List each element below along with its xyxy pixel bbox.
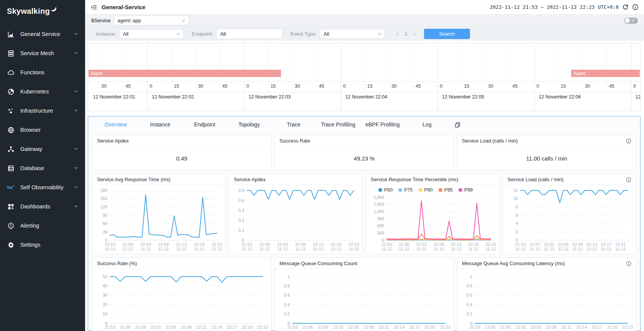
sidebar-item-service-mesh[interactable]: Service Mesh bbox=[0, 44, 85, 63]
chart-card-mq-consuming-count: Message Queue Consuming Count 00.20.40.6… bbox=[274, 257, 454, 331]
line-chart[interactable]: 03006009001,2001,5001,80021:5311-1221:58… bbox=[366, 195, 499, 254]
sidebar-item-label: Browser bbox=[20, 127, 78, 133]
legend-item-p99[interactable]: P99 bbox=[458, 187, 473, 193]
event-timeline[interactable]: 3045015304501530450153045015304501530450… bbox=[88, 43, 641, 111]
tab-list: OverviewInstanceEndpointTopologyTraceTra… bbox=[94, 121, 449, 128]
line-chart[interactable]: 00.10.20.30.40.521:5311-1221:5811-1222:0… bbox=[229, 185, 362, 254]
tab-trace[interactable]: Trace bbox=[271, 121, 316, 128]
svg-text:0.8: 0.8 bbox=[467, 283, 472, 288]
chart-canvas: 00.10.20.30.40.521:5311-1221:5811-1222:0… bbox=[232, 185, 359, 252]
event-type-select[interactable]: All ∨ bbox=[320, 29, 385, 39]
version-toggle[interactable]: V bbox=[624, 18, 638, 24]
tab-ebpf-profiling[interactable]: eBPF Profiling bbox=[360, 121, 405, 128]
legend-item-p75[interactable]: P75 bbox=[398, 187, 412, 193]
tab-endpoint[interactable]: Endpoint bbox=[182, 121, 227, 128]
svg-text:21:53: 21:53 bbox=[287, 325, 298, 329]
line-chart[interactable]: 00.20.40.60.8121:5321:5621:5922:0222:052… bbox=[275, 269, 453, 331]
gear-icon bbox=[7, 241, 15, 249]
svg-text:21:59: 21:59 bbox=[135, 325, 146, 329]
sidebar-item-self-observability[interactable]: SwSelf Observability bbox=[0, 178, 85, 197]
svg-text:600: 600 bbox=[377, 223, 384, 228]
timeline-tick-label: 15 bbox=[271, 84, 276, 89]
sidebar-item-settings[interactable]: Settings bbox=[0, 235, 85, 254]
timeline-tick-label: 0 bbox=[246, 84, 249, 89]
instance-filter-label: Instance: bbox=[96, 31, 116, 37]
time-range-picker[interactable]: 2022-11-12 21:53 ~ 2022-11-12 22:23 UTC+… bbox=[490, 4, 619, 10]
tab-overview[interactable]: Overview bbox=[94, 121, 138, 128]
refresh-icon[interactable] bbox=[622, 4, 629, 10]
search-button[interactable]: Search bbox=[424, 29, 470, 39]
tab-trace-profiling[interactable]: Trace Profiling bbox=[316, 121, 360, 128]
service-select-label: $Service bbox=[91, 18, 111, 23]
svg-text:22:02: 22:02 bbox=[333, 325, 344, 329]
prev-page-button[interactable]: ‹ bbox=[396, 30, 398, 37]
sidebar-item-kubernetes[interactable]: Kubernetes bbox=[0, 82, 85, 101]
svg-text:21:53: 21:53 bbox=[470, 325, 480, 329]
line-chart[interactable]: 0102030405021:5321:5621:5922:0222:0522:0… bbox=[92, 269, 271, 331]
timeline-tick-label: 30 bbox=[101, 84, 107, 89]
chart-card-service-apdex: Service Apdex 00.10.20.30.40.521:5311-12… bbox=[229, 174, 363, 254]
svg-text:0.4: 0.4 bbox=[238, 198, 244, 203]
tab-topology[interactable]: Topology bbox=[227, 121, 271, 128]
line-chart[interactable]: 02468101221:5311-1221:5711-1222:0111-122… bbox=[503, 185, 636, 254]
service-bar: $Service agent::app ∨ V bbox=[85, 15, 644, 27]
timeline-major-gridline bbox=[244, 44, 245, 110]
svg-text:22:11: 22:11 bbox=[379, 325, 389, 329]
svg-text:22:03: 22:03 bbox=[416, 242, 427, 247]
collapse-sidebar-icon[interactable] bbox=[90, 4, 97, 11]
chart-canvas: 00.20.40.60.8121:5321:5621:5922:0222:052… bbox=[460, 269, 633, 331]
legend-item-p95[interactable]: P95 bbox=[439, 187, 453, 193]
info-icon[interactable] bbox=[626, 138, 631, 144]
svg-text:20: 20 bbox=[103, 302, 107, 307]
sidebar-item-functions[interactable]: Functions bbox=[0, 63, 85, 82]
svg-text:1: 1 bbox=[470, 274, 472, 279]
svg-text:21:53: 21:53 bbox=[105, 325, 115, 329]
svg-text:22:20: 22:20 bbox=[607, 325, 618, 329]
svg-text:1,500: 1,500 bbox=[373, 202, 384, 206]
timeline-tick-label: 45 bbox=[609, 84, 614, 89]
line-chart[interactable]: 00.20.40.60.8121:5321:5621:5922:0222:052… bbox=[457, 269, 636, 331]
svg-text:11-12: 11-12 bbox=[348, 247, 359, 251]
tab-log[interactable]: Log bbox=[405, 121, 449, 128]
sidebar-item-general-service[interactable]: General Service bbox=[0, 25, 85, 44]
info-icon[interactable] bbox=[632, 4, 639, 10]
page-number[interactable]: 1 bbox=[404, 31, 407, 37]
timeline-major-gridline bbox=[147, 44, 148, 110]
legend-item-p90[interactable]: P90 bbox=[419, 187, 433, 193]
alarm-event-bar[interactable]: Alarm bbox=[89, 70, 281, 77]
service-select[interactable]: agent::app ∨ bbox=[114, 16, 189, 25]
sidebar-item-infrastructure[interactable]: Infrastructure bbox=[0, 101, 85, 120]
sidebar-item-alerting[interactable]: Alerting bbox=[0, 216, 85, 235]
timeline-minor-gridline bbox=[365, 44, 365, 92]
svg-text:22:20: 22:20 bbox=[242, 325, 253, 329]
copy-dashboard-icon[interactable] bbox=[455, 122, 460, 128]
info-icon[interactable] bbox=[626, 261, 631, 266]
next-page-button[interactable]: › bbox=[414, 30, 416, 37]
info-icon[interactable] bbox=[626, 177, 631, 182]
tab-instance[interactable]: Instance bbox=[138, 121, 182, 128]
legend-dot bbox=[398, 188, 402, 192]
line-chart[interactable]: 030609012015018021:5311-1221:5811-1222:0… bbox=[92, 185, 225, 254]
time-range-text: 2022-11-12 21:53 ~ 2022-11-12 22:23 bbox=[490, 4, 595, 10]
sidebar-item-label: Kubernetes bbox=[20, 88, 68, 95]
dashboard-panel: OverviewInstanceEndpointTopologyTraceTra… bbox=[88, 116, 641, 331]
svg-text:22:14: 22:14 bbox=[212, 325, 222, 329]
svg-text:22:09: 22:09 bbox=[572, 242, 583, 247]
svg-text:21:53: 21:53 bbox=[515, 242, 526, 247]
endpoint-filter-label: Endpoint: bbox=[192, 31, 213, 37]
instance-select[interactable]: All ∨ bbox=[119, 29, 184, 39]
svg-text:22:11: 22:11 bbox=[196, 325, 207, 329]
sidebar-item-gateway[interactable]: Gateway bbox=[0, 139, 85, 159]
sidebar-item-database[interactable]: Database bbox=[0, 159, 85, 178]
sidebar-item-dashboards[interactable]: Dashboards bbox=[0, 197, 85, 216]
sidebar-item-browser[interactable]: Browser bbox=[0, 120, 85, 139]
svg-text:30: 30 bbox=[103, 229, 107, 234]
endpoint-input[interactable]: All bbox=[216, 29, 282, 39]
legend-dot bbox=[439, 188, 442, 192]
svg-text:22:05: 22:05 bbox=[558, 242, 569, 247]
alarm-event-bar[interactable]: Alarm bbox=[571, 70, 640, 77]
timeline-minor-gridline bbox=[292, 44, 293, 92]
svg-text:1: 1 bbox=[288, 274, 290, 279]
timeline-tick-label: 45 bbox=[125, 84, 131, 89]
legend-item-p50[interactable]: P50 bbox=[378, 187, 393, 193]
